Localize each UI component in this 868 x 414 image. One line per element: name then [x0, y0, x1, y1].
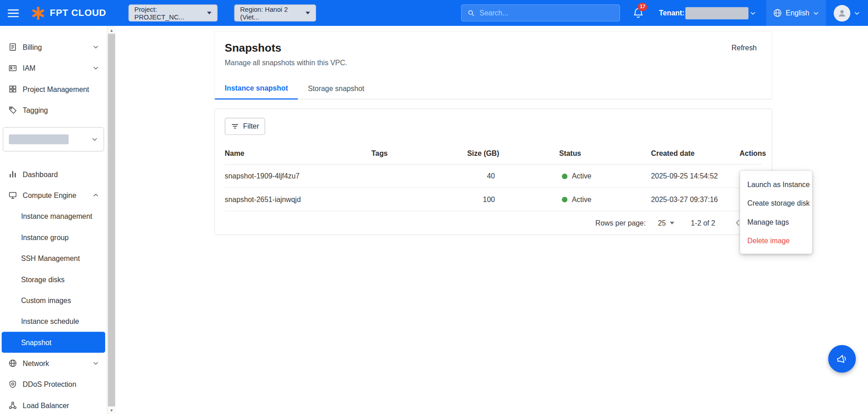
- chevron-down-icon: [93, 43, 99, 50]
- announcements-fab[interactable]: [828, 345, 856, 373]
- logo-star-icon: [31, 6, 45, 20]
- menu-icon[interactable]: [8, 9, 19, 17]
- page-title: Snapshots: [225, 42, 282, 54]
- snapshots-header-card: Snapshots Refresh Manage all snapshots w…: [214, 31, 772, 99]
- dashboard-icon: [8, 169, 17, 179]
- language-dropdown[interactable]: English: [766, 0, 826, 26]
- sidebar-item-storage-disks[interactable]: Storage disks: [0, 269, 107, 289]
- snapshot-size: 40: [467, 172, 559, 180]
- compute-engine-icon: [8, 191, 17, 200]
- sidebar-item-ssh-management[interactable]: SSH Management: [0, 248, 107, 269]
- sidebar: Billing IAM Project Management: [0, 26, 107, 414]
- sidebar-item-compute-engine[interactable]: Compute Engine: [0, 185, 107, 206]
- sidebar-item-label: Instance management: [21, 212, 92, 220]
- vpc-select-redacted: [9, 135, 69, 144]
- search-box[interactable]: [461, 5, 620, 22]
- menu-item-delete-image[interactable]: Delete image: [740, 231, 812, 250]
- sidebar-item-label: Instance schedule: [21, 317, 79, 325]
- tag-icon: [8, 106, 17, 115]
- chevron-down-icon: [207, 12, 211, 14]
- snapshot-size: 100: [467, 195, 559, 203]
- menu-item-create-storage-disk[interactable]: Create storage disk: [740, 193, 812, 212]
- vpc-select[interactable]: [3, 127, 104, 152]
- sidebar-item-instance-group[interactable]: Instance group: [0, 226, 107, 247]
- row-actions-menu: Launch as Instance Create storage disk M…: [740, 171, 812, 254]
- chevron-down-icon: [93, 360, 99, 367]
- tenant-dropdown[interactable]: Tenant:: [659, 7, 756, 19]
- sidebar-item-billing[interactable]: Billing: [0, 37, 107, 58]
- status-label: Active: [572, 195, 591, 203]
- status-badge: Active: [559, 195, 651, 203]
- sidebar-item-ddos-protection[interactable]: DDoS Protection: [0, 374, 107, 395]
- search-input[interactable]: [479, 9, 614, 17]
- app-root: FPT CLOUD Project: PROJECT_NC... Region:…: [0, 0, 868, 414]
- sidebar-item-network[interactable]: Network: [0, 353, 107, 374]
- page-subtitle: Manage all snapshots within this VPC.: [225, 58, 762, 67]
- status-label: Active: [572, 172, 591, 180]
- notification-badge: 17: [638, 2, 648, 10]
- refresh-button[interactable]: Refresh: [731, 43, 757, 52]
- table-header-row: Name Tags Size (GB) Status Created date …: [225, 143, 762, 165]
- user-menu[interactable]: [834, 5, 860, 21]
- sidebar-item-label: Dashboard: [23, 170, 58, 178]
- column-header-size: Size (GB): [467, 149, 559, 158]
- scrollbar-down-arrow-icon[interactable]: ▼: [107, 406, 116, 414]
- status-badge: Active: [559, 172, 651, 180]
- sidebar-item-snapshot-active[interactable]: Snapshot: [2, 332, 105, 352]
- snapshot-name: snapshot-2651-iajnwqjd: [225, 195, 371, 203]
- sidebar-item-custom-images[interactable]: Custom images: [0, 290, 107, 311]
- snapshots-table: Name Tags Size (GB) Status Created date …: [215, 143, 772, 235]
- sidebar-item-label: Network: [23, 359, 49, 367]
- sidebar-item-load-balancer[interactable]: Load Balancer: [0, 395, 107, 414]
- sidebar-item-label: Tagging: [23, 106, 48, 114]
- snapshot-created-date: 2025-09-25 14:54:52: [651, 172, 740, 180]
- sidebar-item-label: Load Balancer: [23, 401, 69, 409]
- sidebar-item-label: Instance group: [21, 233, 68, 241]
- table-row[interactable]: snapshot-1909-4ljf4zu7 40 Active 2025-09…: [225, 165, 762, 188]
- sidebar-item-label: SSH Management: [21, 254, 80, 262]
- megaphone-icon: [834, 351, 850, 367]
- tab-storage-snapshot[interactable]: Storage snapshot: [298, 77, 374, 100]
- logo[interactable]: FPT CLOUD: [31, 6, 106, 20]
- sidebar-item-project-management[interactable]: Project Management: [0, 78, 107, 99]
- tab-instance-snapshot[interactable]: Instance snapshot: [215, 77, 298, 100]
- rows-per-page-select[interactable]: 25: [658, 219, 674, 227]
- chevron-down-icon: [853, 10, 860, 16]
- iam-icon: [8, 63, 17, 73]
- scrollbar-thumb[interactable]: [108, 34, 115, 406]
- scrollbar-up-arrow-icon[interactable]: ▲: [107, 26, 116, 34]
- project-dropdown[interactable]: Project: PROJECT_NC...: [128, 5, 218, 22]
- menu-item-manage-tags[interactable]: Manage tags: [740, 212, 812, 231]
- rows-per-page-value: 25: [658, 219, 666, 227]
- menu-item-launch-as-instance[interactable]: Launch as Instance: [740, 175, 812, 194]
- sidebar-item-iam[interactable]: IAM: [0, 58, 107, 78]
- notifications-button[interactable]: 17: [632, 7, 644, 19]
- chevron-down-icon: [750, 10, 756, 16]
- sidebar-item-label: Project Management: [23, 85, 89, 93]
- chevron-down-icon: [93, 65, 99, 72]
- sidebar-item-instance-schedule[interactable]: Instance schedule: [0, 311, 107, 332]
- region-dropdown-label: Region: Hanoi 2 (Viet...: [240, 5, 306, 21]
- table-row[interactable]: snapshot-2651-iajnwqjd 100 Active 2025-0…: [225, 188, 762, 211]
- sidebar-item-instance-management[interactable]: Instance management: [0, 206, 107, 226]
- user-icon: [837, 8, 847, 18]
- sidebar-scrollbar[interactable]: ▲ ▼: [107, 26, 116, 414]
- region-dropdown[interactable]: Region: Hanoi 2 (Viet...: [234, 5, 316, 22]
- sidebar-item-label: Storage disks: [21, 275, 64, 283]
- sidebar-item-label: Snapshot: [21, 338, 51, 346]
- status-dot-icon: [562, 197, 567, 202]
- sidebar-item-tagging[interactable]: Tagging: [0, 100, 107, 120]
- avatar: [834, 5, 850, 21]
- pagination: Rows per page: 25 1-2 of 2: [225, 211, 762, 234]
- logo-text: FPT CLOUD: [50, 7, 106, 18]
- column-header-actions: Actions: [740, 149, 766, 158]
- sidebar-item-dashboard[interactable]: Dashboard: [0, 164, 107, 184]
- column-header-status: Status: [559, 149, 651, 158]
- filter-button-label: Filter: [243, 122, 259, 130]
- filter-button[interactable]: Filter: [225, 118, 265, 135]
- snapshot-name: snapshot-1909-4ljf4zu7: [225, 172, 371, 180]
- sidebar-item-label: IAM: [23, 64, 35, 72]
- sidebar-item-label: Custom images: [21, 296, 71, 304]
- filter-icon: [231, 122, 239, 130]
- chevron-down-icon: [91, 136, 98, 143]
